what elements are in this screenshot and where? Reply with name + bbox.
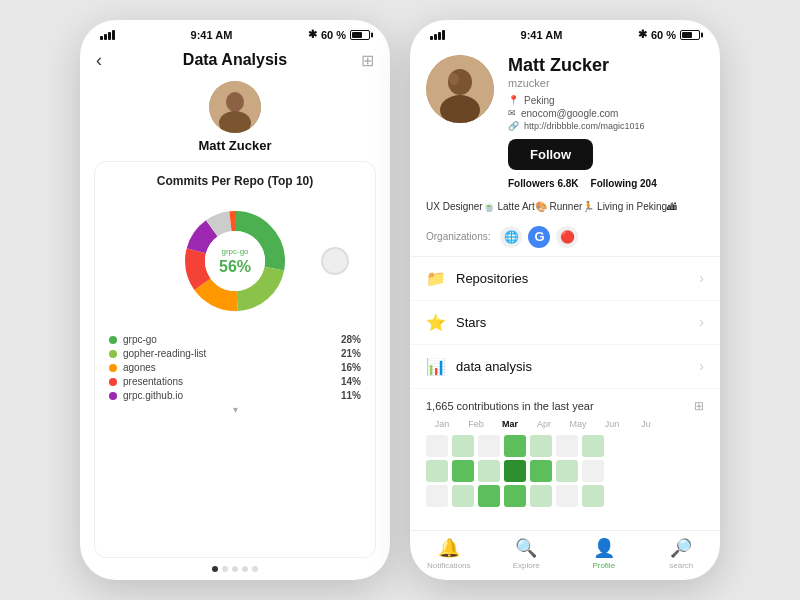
profile-info: Matt Zucker mzucker 📍 Peking ✉ enocom@go… — [508, 55, 704, 189]
grid-icon-right[interactable]: ⊞ — [694, 399, 704, 413]
screen-container: 9:41 AM ✱ 60 % ‹ Data Analysis ⊞ — [0, 0, 800, 600]
notifications-icon: 🔔 — [438, 537, 460, 559]
right-phone: 9:41 AM ✱ 60 % — [410, 20, 720, 580]
legend-item-0: grpc-go 28% — [109, 334, 361, 345]
dot-2 — [232, 566, 238, 572]
nav-search[interactable]: 🔎 search — [643, 537, 721, 570]
svg-point-1 — [226, 92, 244, 112]
chart-legend: grpc-go 28% gopher-reading-list 21% agon… — [109, 334, 361, 415]
bluetooth-icon: ✱ — [308, 28, 317, 41]
repositories-label: Repositories — [456, 271, 699, 286]
page-dots — [80, 558, 390, 580]
header-left: ‹ Data Analysis ⊞ — [80, 45, 390, 77]
following-value: 204 — [640, 178, 657, 189]
month-apr: Apr — [530, 419, 558, 429]
followers-count: Followers — [508, 178, 555, 189]
months-row: Jan Feb Mar Apr May Jun Ju — [426, 419, 704, 429]
time-left: 9:41 AM — [191, 29, 233, 41]
org-badge-2[interactable]: 🔴 — [556, 226, 578, 248]
month-jun: Jun — [598, 419, 626, 429]
following-count: Following — [591, 178, 638, 189]
contrib-grid — [426, 435, 704, 507]
contributions-section: 1,665 contributions in the last year ⊞ J… — [410, 389, 720, 530]
legend-item-3: presentations 14% — [109, 376, 361, 387]
profile-icon: 👤 — [593, 537, 615, 559]
bio-text: UX Designer🍵 Latte Art🎨 Runner🏃 Living i… — [426, 199, 704, 214]
following-label: Following 204 — [591, 178, 657, 189]
avatar-img-left — [209, 81, 261, 133]
dot-3 — [242, 566, 248, 572]
chevron-icon-2: › — [699, 358, 704, 374]
orgs-row: Organizations: 🌐 G 🔴 — [410, 222, 720, 256]
profile-username: mzucker — [508, 77, 704, 89]
bio-section: UX Designer🍵 Latte Art🎨 Runner🏃 Living i… — [410, 199, 720, 222]
follow-button[interactable]: Follow — [508, 139, 593, 170]
chart-title: Commits Per Repo (Top 10) — [109, 174, 361, 188]
chevron-icon-1: › — [699, 314, 704, 330]
profile-header-right: Matt Zucker mzucker 📍 Peking ✉ enocom@go… — [410, 45, 720, 199]
signal-icon-right — [430, 30, 445, 40]
signal-icon — [100, 30, 115, 40]
legend-dot-1 — [109, 350, 117, 358]
menu-item-repositories[interactable]: 📁 Repositories › — [410, 257, 720, 301]
battery-icon-left — [350, 30, 370, 40]
status-left-right — [430, 30, 445, 40]
orgs-label: Organizations: — [426, 231, 490, 242]
legend-name-3: presentations — [123, 376, 335, 387]
followers-label: Followers 6.8K — [508, 178, 579, 189]
status-bar-right: 9:41 AM ✱ 60 % — [410, 20, 720, 45]
status-right-right: ✱ 60 % — [638, 28, 700, 41]
left-phone: 9:41 AM ✱ 60 % ‹ Data Analysis ⊞ — [80, 20, 390, 580]
legend-name-1: gopher-reading-list — [123, 348, 335, 359]
followers-row: Followers 6.8K Following 204 — [508, 178, 704, 189]
nav-search-label: search — [669, 561, 693, 570]
nav-profile-label: Profile — [592, 561, 615, 570]
nav-profile[interactable]: 👤 Profile — [565, 537, 643, 570]
donut-svg — [175, 201, 295, 321]
legend-name-0: grpc-go — [123, 334, 335, 345]
legend-dot-4 — [109, 392, 117, 400]
location-row: 📍 Peking — [508, 95, 704, 106]
chart-card: Commits Per Repo (Top 10) — [94, 161, 376, 558]
nav-explore-label: Explore — [513, 561, 540, 570]
explore-icon: 🔍 — [515, 537, 537, 559]
website-row: 🔗 http://dribbble.com/magic1016 — [508, 121, 704, 131]
menu-item-data-analysis[interactable]: 📊 data analysis › — [410, 345, 720, 389]
org-badge-0[interactable]: 🌐 — [500, 226, 522, 248]
email-text: enocom@google.com — [521, 108, 618, 119]
legend-dot-3 — [109, 378, 117, 386]
more-arrow[interactable]: ▾ — [109, 404, 361, 415]
month-mar: Mar — [496, 419, 524, 429]
repositories-icon: 📁 — [426, 269, 446, 288]
grid-icon[interactable]: ⊞ — [361, 51, 374, 70]
followers-value: 6.8K — [557, 178, 578, 189]
profile-meta: 📍 Peking ✉ enocom@google.com 🔗 http://dr… — [508, 95, 704, 131]
month-may: May — [564, 419, 592, 429]
org-badge-1[interactable]: G — [528, 226, 550, 248]
data-analysis-icon: 📊 — [426, 357, 446, 376]
menu-item-stars[interactable]: ⭐ Stars › — [410, 301, 720, 345]
legend-item-2: agones 16% — [109, 362, 361, 373]
svg-point-14 — [449, 73, 459, 85]
donut-chart: grpc-go 56% — [109, 196, 361, 326]
legend-pct-0: 28% — [341, 334, 361, 345]
nav-explore[interactable]: 🔍 Explore — [488, 537, 566, 570]
dot-4 — [252, 566, 258, 572]
contributions-title: 1,665 contributions in the last year — [426, 400, 594, 412]
contributions-header: 1,665 contributions in the last year ⊞ — [426, 399, 704, 413]
legend-pct-3: 14% — [341, 376, 361, 387]
profile-section-left: Matt Zucker — [80, 77, 390, 161]
legend-name-2: agones — [123, 362, 335, 373]
nav-notifications[interactable]: 🔔 Notifications — [410, 537, 488, 570]
month-feb: Feb — [462, 419, 490, 429]
back-button[interactable]: ‹ — [96, 50, 102, 71]
profile-name-right: Matt Zucker — [508, 55, 704, 77]
search-icon: 🔎 — [670, 537, 692, 559]
month-jul: Ju — [632, 419, 660, 429]
profile-name-left: Matt Zucker — [199, 138, 272, 153]
location-icon: 📍 — [508, 95, 519, 105]
avatar-right — [426, 55, 494, 123]
nav-notifications-label: Notifications — [427, 561, 471, 570]
dot-1 — [222, 566, 228, 572]
status-bar-left: 9:41 AM ✱ 60 % — [80, 20, 390, 45]
